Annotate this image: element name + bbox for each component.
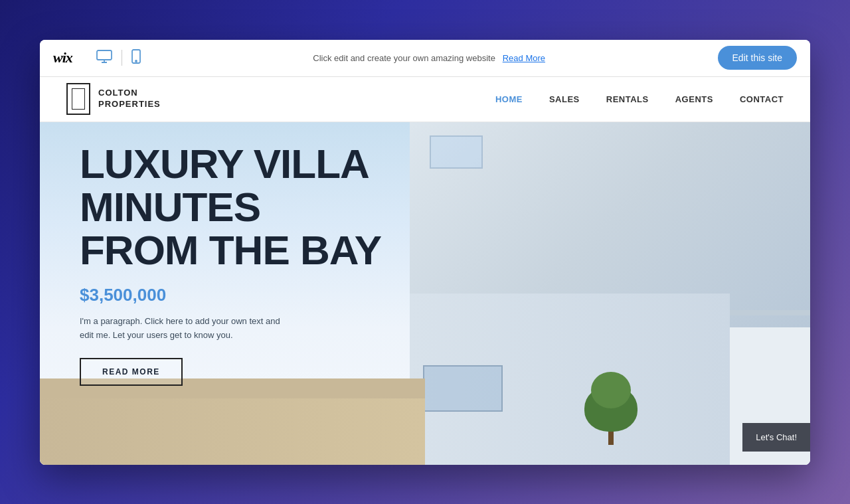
site-nav: COLTON PROPERTIES HOME SALES RENTALS AGE… (40, 77, 810, 122)
live-chat-button[interactable]: Let's Chat! (742, 423, 810, 452)
edit-site-button[interactable]: Edit this site (718, 46, 797, 70)
nav-home[interactable]: HOME (495, 94, 523, 104)
logo-icon (66, 83, 90, 115)
hero-cta-button[interactable]: READ MORE (80, 358, 183, 386)
tree-canopy (584, 385, 638, 432)
toolbar-message: Click edit and create your own amazing w… (151, 53, 707, 63)
hero-price: $3,500,000 (80, 285, 381, 305)
device-icons (96, 49, 141, 67)
hero-description: I'm a paragraph. Click here to add your … (80, 315, 292, 343)
mobile-icon[interactable] (131, 49, 141, 67)
svg-point-4 (135, 60, 137, 62)
building-lower (410, 294, 730, 465)
site-nav-links: HOME SALES RENTALS AGENTS CONTACT (495, 94, 784, 104)
nav-sales[interactable]: SALES (549, 94, 580, 104)
building-window-2 (423, 365, 503, 412)
logo-text: COLTON PROPERTIES (98, 88, 161, 110)
site-logo: COLTON PROPERTIES (66, 83, 161, 115)
device-divider (122, 50, 122, 66)
wix-toolbar: wix Click edit and create your own amazi… (40, 40, 810, 77)
nav-contact[interactable]: CONTACT (740, 94, 784, 104)
svg-rect-0 (97, 50, 112, 60)
building-front (40, 398, 425, 465)
tree-trunk (608, 432, 614, 445)
hero-content: LUXURY VILLA MINUTES FROM THE BAY $3,500… (80, 142, 381, 386)
building-window (430, 135, 483, 169)
nav-rentals[interactable]: RENTALS (606, 94, 649, 104)
nav-agents[interactable]: AGENTS (675, 94, 713, 104)
wix-logo: wix (53, 49, 72, 66)
hero-section: LUXURY VILLA MINUTES FROM THE BAY $3,500… (40, 122, 810, 465)
desktop-icon[interactable] (96, 50, 112, 66)
browser-window: wix Click edit and create your own amazi… (40, 40, 810, 465)
read-more-link[interactable]: Read More (503, 53, 545, 63)
hero-title: LUXURY VILLA MINUTES FROM THE BAY (80, 142, 381, 272)
tree-right (584, 385, 638, 445)
